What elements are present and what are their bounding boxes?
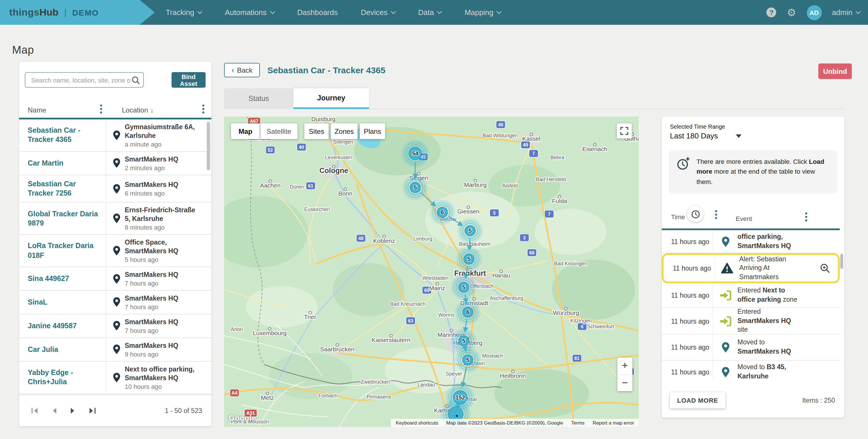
map-type-satellite-button[interactable]: Satellite (260, 124, 298, 139)
first-page-button[interactable] (31, 407, 39, 414)
zoom-out-button[interactable]: − (617, 375, 632, 391)
tracker-name-link[interactable]: Sebastian Car - Tracker 4365 (19, 122, 106, 148)
back-button[interactable]: ‹ Back (224, 63, 260, 77)
journey-cluster[interactable]: 5 (455, 347, 480, 373)
terms-link[interactable]: Terms (571, 420, 584, 426)
bind-asset-button[interactable]: Bind Asset (172, 72, 206, 88)
journey-cluster[interactable]: 6 (430, 200, 455, 225)
list-scrollbar[interactable] (207, 122, 210, 170)
tracker-name-link[interactable]: Janine 449587 (19, 317, 106, 335)
column-menu-icon[interactable] (100, 104, 102, 115)
tracker-row[interactable]: Janine 449587SmartMakers HQ7 hours ago (19, 314, 211, 338)
tracker-row[interactable]: Sina 449627SmartMakers HQ7 hours ago (19, 267, 211, 291)
svg-text:Pirmasens: Pirmasens (366, 394, 391, 400)
tracker-name-link[interactable]: Yabby Edge - Chris+Julia (19, 364, 106, 391)
tracker-row[interactable]: LoRa Tracker Daria 018FOffice Space, Sma… (19, 235, 211, 267)
tracker-name-link[interactable]: Global Tracker Daria 9879 (19, 205, 106, 232)
svg-text:Bonn: Bonn (338, 190, 352, 197)
enter-icon (713, 308, 738, 334)
journey-cluster[interactable]: 5 (451, 275, 476, 300)
tracker-location-cell: SmartMakers HQ7 hours ago (106, 314, 211, 337)
tracker-row[interactable]: Car MartinSmartMakers HQ2 minutes ago (19, 152, 211, 175)
nav-item-tracking[interactable]: Tracking (166, 8, 202, 17)
tracker-row[interactable]: Sebastian Car Tracker 7256SmartMakers HQ… (19, 175, 211, 203)
event-scrollbar[interactable] (840, 254, 843, 269)
svg-text:66: 66 (529, 250, 534, 255)
column-menu-icon[interactable] (805, 212, 807, 223)
route-shield: 3 (520, 234, 529, 241)
svg-text:81: 81 (574, 356, 580, 361)
time-range-value[interactable]: Last 180 Days (670, 132, 718, 140)
tracker-name-link[interactable]: Sebastian Car Tracker 7256 (19, 175, 106, 202)
fullscreen-icon[interactable] (617, 124, 632, 138)
sites-layer-button[interactable]: Sites (304, 124, 329, 139)
tab-journey[interactable]: Journey (293, 88, 369, 109)
nav-item-data[interactable]: Data (418, 8, 441, 17)
tab-status[interactable]: Status (224, 88, 293, 109)
search-icon[interactable] (132, 76, 140, 84)
tracker-name-link[interactable]: Car Martin (19, 154, 106, 172)
map-graphics: 404452614546497573664860636816A67A4A31 R… (224, 116, 639, 427)
prev-page-button[interactable] (52, 407, 57, 414)
journey-cluster[interactable]: 5 (403, 175, 428, 200)
help-icon[interactable]: ? (767, 7, 776, 17)
map-canvas[interactable]: 404452614546497573664860636816A67A4A31 R… (224, 116, 639, 427)
journey-event-row[interactable]: 11 hours agoEntered Next to office parki… (662, 283, 840, 308)
column-location-label[interactable]: Location↓ (122, 106, 154, 114)
brand-logo[interactable]: thingsHub | DEMO (0, 0, 159, 25)
journey-event-row[interactable]: 11 hours agoMoved to B3 45, Karlsruhe (662, 361, 840, 379)
city-label: Speyer (445, 371, 462, 377)
keyboard-shortcuts-link[interactable]: Keyboard shortcuts (396, 420, 438, 426)
journey-event-row[interactable]: 11 hours agoMoved to SmartMakers HQ (662, 335, 840, 361)
plans-layer-button[interactable]: Plans (360, 124, 385, 139)
time-range-dropdown-icon[interactable] (736, 134, 742, 138)
city-label: Aachen (260, 180, 280, 189)
svg-text:A4: A4 (231, 391, 238, 396)
last-page-button[interactable] (88, 407, 96, 414)
tracker-row[interactable]: Global Tracker Daria 9879Ernst-Friedrich… (19, 203, 211, 235)
zoom-in-icon[interactable] (820, 263, 830, 273)
event-rows: 11 hours agooffice parking, SmartMakers … (662, 230, 840, 379)
tracker-name-link[interactable]: Car Julia (19, 341, 106, 358)
journey-cluster[interactable]: 6 (455, 299, 480, 325)
tracker-name-link[interactable]: SinaL (19, 294, 106, 311)
gear-icon[interactable]: ⚙ (787, 7, 796, 18)
next-page-button[interactable] (70, 407, 76, 414)
nav-item-mapping[interactable]: Mapping (465, 8, 501, 17)
user-menu[interactable]: admin (832, 8, 860, 17)
column-menu-icon[interactable] (202, 104, 205, 115)
zones-layer-button[interactable]: Zones (331, 124, 358, 139)
map-type-map-button[interactable]: Map (231, 124, 260, 139)
chevron-down-icon (391, 9, 396, 14)
journey-cluster[interactable]: 5 (457, 218, 483, 243)
event-table-header: Time Event (662, 204, 844, 229)
journey-event-row[interactable]: 11 hours agoAlert: Sebastian Arriving At… (662, 253, 840, 283)
zoom-in-button[interactable]: + (617, 358, 632, 374)
unbind-button[interactable]: Unbind (818, 63, 852, 79)
tracker-row[interactable]: SinaLSmartMakers HQ7 hours ago (19, 291, 211, 314)
report-error-link[interactable]: Report a map error (592, 420, 634, 426)
svg-text:63: 63 (408, 318, 413, 323)
journey-cluster[interactable]: 54 (401, 140, 429, 167)
nav-item-devices[interactable]: Devices (361, 8, 395, 17)
nav-item-dashboards[interactable]: Dashboards (297, 8, 338, 17)
tracker-row[interactable]: Yabby Edge - Chris+JuliaNext to office p… (19, 362, 211, 394)
tracker-row[interactable]: Car JuliaSmartMakers HQ9 hours ago (19, 338, 211, 362)
clock-icon[interactable] (687, 206, 704, 222)
tracker-name-link[interactable]: Sina 449627 (19, 270, 106, 288)
load-more-button[interactable]: LOAD MORE (670, 392, 725, 408)
journey-event-row[interactable]: 11 hours agoEntered SmartMakers HQ site (662, 308, 840, 335)
search-input[interactable] (30, 76, 132, 84)
nav-item-automations[interactable]: Automations (225, 8, 274, 17)
journey-event-row[interactable]: 11 hours agooffice parking, SmartMakers … (662, 230, 840, 253)
city-label: Bad Kreuznach (390, 301, 425, 307)
journey-cluster[interactable]: 5 (456, 246, 482, 272)
svg-text:Zweibrücken: Zweibrücken (361, 379, 390, 385)
avatar[interactable]: AD (806, 5, 822, 20)
city-label: Marburg (464, 179, 487, 188)
event-text: Alert: Sebastian Arriving At Smartmakers (739, 255, 799, 281)
tracker-location: Office Space, SmartMakers HQ (125, 238, 201, 256)
column-menu-icon[interactable] (715, 210, 717, 221)
tracker-row[interactable]: Sebastian Car - Tracker 4365Gymnasiumstr… (19, 120, 211, 152)
tracker-name-link[interactable]: LoRa Tracker Daria 018F (19, 237, 106, 264)
